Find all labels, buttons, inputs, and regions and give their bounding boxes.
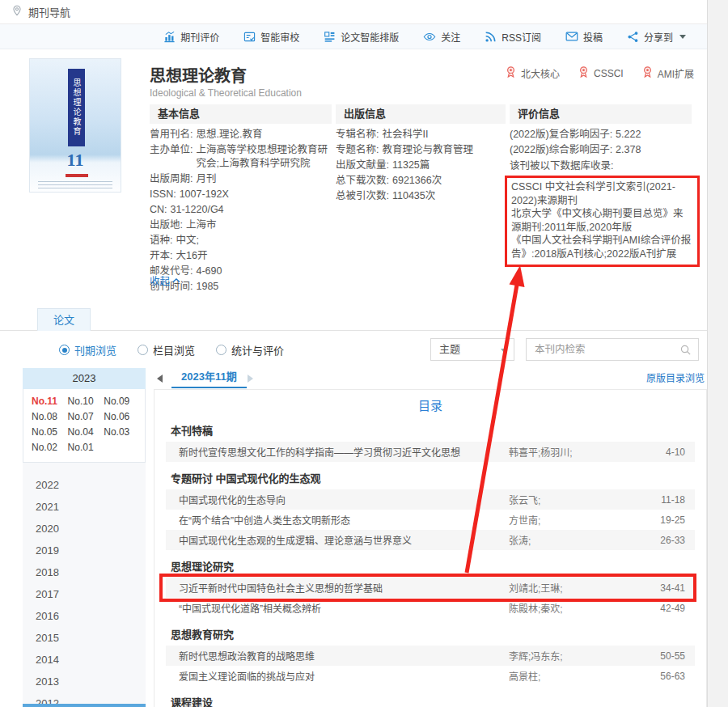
article-authors[interactable]: 韩喜平;杨羽川; <box>509 445 638 459</box>
smart-typeset-button[interactable]: 论文智能排版 <box>324 30 399 44</box>
info-label: 总下载次数: <box>336 174 389 188</box>
follow-label: 关注 <box>441 30 460 44</box>
year-2012[interactable]: 2012 <box>36 692 146 707</box>
issue-No.08[interactable]: No.08 <box>32 409 68 425</box>
article-title[interactable]: 中国式现代化生态观的生成逻辑、理论意涵与世界意义 <box>179 533 509 547</box>
current-issue-tab[interactable]: 2023年11期 <box>171 368 247 388</box>
issue-No.10[interactable]: No.10 <box>68 394 104 409</box>
journal-badges: 北大核心CSSCIAMI扩展 <box>505 66 694 81</box>
year-2020[interactable]: 2020 <box>36 518 146 540</box>
article-pages: 34-41 <box>638 582 685 594</box>
issue-No.02[interactable]: No.02 <box>32 440 68 455</box>
radio-刊期浏览[interactable]: 刊期浏览 <box>59 342 116 358</box>
toc-article-row: 习近平新时代中国特色社会主义思想的哲学基础刘靖北;王琳;34-41 <box>166 578 695 598</box>
info-value: 6921366次 <box>392 174 506 188</box>
toc-article-row: 中国式现代化生态观的生成逻辑、理论意涵与世界意义张涛;26-33 <box>166 530 695 550</box>
article-pages: 50-55 <box>638 650 685 662</box>
smart-review-button[interactable]: 智能审校 <box>243 30 299 44</box>
breadcrumb-label[interactable]: 期刊导航 <box>28 4 70 19</box>
toc-article-row: 在“两个结合”中创造人类生态文明新形态方世南;19-25 <box>166 510 695 530</box>
info-row: 曾用刊名:思想.理论.教育 <box>150 128 332 142</box>
year-2018[interactable]: 2018 <box>36 561 146 583</box>
info-label: 出版周期: <box>150 172 193 186</box>
toc-sections: 本刊特稿新时代宣传思想文化工作的科学指南——学习贯彻习近平文化思想韩喜平;杨羽川… <box>166 424 695 707</box>
share-button[interactable]: 分享到 <box>627 30 686 44</box>
toc-article-row: 新时代宣传思想文化工作的科学指南——学习贯彻习近平文化思想韩喜平;杨羽川;4-1… <box>166 442 695 462</box>
original-toc-link[interactable]: 原版目录浏览 <box>646 370 705 384</box>
issue-No.06[interactable]: No.06 <box>104 409 140 425</box>
dropdown-caret-icon <box>679 35 686 39</box>
article-authors[interactable]: 陈殿林;秦欢; <box>509 601 638 615</box>
toc-section-header: 思想教育研究 <box>171 628 695 642</box>
info-row: 主办单位:上海高等学校思想理论教育研究会;上海教育科学研究院 <box>150 143 332 171</box>
follow-button[interactable]: 关注 <box>423 30 460 44</box>
issue-No.09[interactable]: No.09 <box>104 394 140 409</box>
info-label: (2022版)复合影响因子: <box>510 128 612 142</box>
rss-subscribe-button[interactable]: RSS订阅 <box>485 30 541 44</box>
article-authors[interactable]: 方世南; <box>509 513 638 527</box>
article-title[interactable]: 习近平新时代中国特色社会主义思想的哲学基础 <box>179 581 509 595</box>
next-issue-icon[interactable] <box>248 375 253 383</box>
info-row: 开本:大16开 <box>150 249 332 263</box>
year-2022[interactable]: 2022 <box>36 474 146 496</box>
tab-papers[interactable]: 论文 <box>37 308 91 331</box>
database-entry: 北京大学《中文核心期刊要目总览》来源期刊:2011年版,2020年版 <box>511 207 692 234</box>
journal-cover[interactable]: 思想理论教育 11 <box>29 58 121 193</box>
toc-article-row: 中国式现代化的生态导向张云飞;11-18 <box>166 489 695 510</box>
issue-No.04[interactable]: No.04 <box>68 425 104 440</box>
share-icon <box>627 31 639 43</box>
article-authors[interactable]: 张涛; <box>509 533 638 547</box>
info-row: 出版地:上海市 <box>150 218 332 232</box>
article-title[interactable]: 中国式现代化的生态导向 <box>179 493 509 506</box>
previous-issue-icon[interactable] <box>157 375 163 383</box>
issue-No.11[interactable]: No.11 <box>32 394 68 409</box>
current-year-header[interactable]: 2023 <box>23 368 146 389</box>
article-title[interactable]: 新时代思想政治教育的战略思维 <box>179 649 509 663</box>
issue-No.07[interactable]: No.07 <box>68 409 104 425</box>
info-row: 出版周期:月刊 <box>150 172 332 186</box>
article-title[interactable]: 在“两个结合”中创造人类生态文明新形态 <box>179 513 509 527</box>
info-label: 总被引次数: <box>336 189 389 203</box>
year-2017[interactable]: 2017 <box>36 583 146 605</box>
eval-info-rows: (2022版)复合影响因子:5.222(2022版)综合影响因子:2.378 <box>510 128 692 157</box>
info-row: CN:31-1220/G4 <box>150 203 332 217</box>
article-authors[interactable]: 刘靖北;王琳; <box>509 581 638 595</box>
year-2021[interactable]: 2021 <box>36 496 146 518</box>
info-label: 语种: <box>150 234 172 248</box>
article-authors[interactable]: 李辉;冯东东; <box>509 649 638 663</box>
info-value: 中文; <box>176 234 332 248</box>
search-field-selected: 主题 <box>439 343 460 355</box>
article-authors[interactable]: 张云飞; <box>509 493 638 506</box>
article-title[interactable]: 新时代宣传思想文化工作的科学指南——学习贯彻习近平文化思想 <box>179 445 509 459</box>
smart-review-label: 智能审校 <box>260 30 299 44</box>
article-title[interactable]: “中国式现代化道路”相关概念辨析 <box>179 601 509 615</box>
issue-No.03[interactable]: No.03 <box>104 425 140 440</box>
search-icon[interactable] <box>679 344 692 359</box>
radio-icon <box>138 345 148 355</box>
article-pages: 26-33 <box>638 535 685 546</box>
year-2013[interactable]: 2013 <box>36 671 146 692</box>
year-2014[interactable]: 2014 <box>36 649 146 671</box>
issue-No.05[interactable]: No.05 <box>32 425 68 440</box>
search-input[interactable] <box>527 339 698 360</box>
collapse-link[interactable]: 收起 <box>150 273 180 288</box>
issue-No.01[interactable]: No.01 <box>68 440 104 455</box>
info-label: 专辑名称: <box>336 128 379 142</box>
year-2019[interactable]: 2019 <box>36 540 146 561</box>
info-label: 专题名称: <box>336 143 379 157</box>
article-title[interactable]: 爱国主义理论面临的挑战与应对 <box>179 669 509 683</box>
journal-header: 思想理论教育 11 思想理论教育 Ideological & Theoretic… <box>0 49 707 303</box>
article-pages: 11-18 <box>638 494 685 506</box>
medal-icon <box>578 66 590 81</box>
typeset-icon <box>324 31 336 43</box>
smart-typeset-label: 论文智能排版 <box>341 30 399 44</box>
journal-evaluation-button[interactable]: 期刊评价 <box>163 30 219 44</box>
pub-info-header: 出版信息 <box>336 104 506 124</box>
submit-button[interactable]: 投稿 <box>565 30 603 44</box>
radio-栏目浏览[interactable]: 栏目浏览 <box>138 342 195 358</box>
year-2015[interactable]: 2015 <box>36 627 146 649</box>
article-authors[interactable]: 高景柱; <box>509 669 638 683</box>
year-2016[interactable]: 2016 <box>36 605 146 627</box>
search-field-select[interactable]: 主题 <box>430 338 514 361</box>
radio-统计与评价[interactable]: 统计与评价 <box>216 342 284 358</box>
